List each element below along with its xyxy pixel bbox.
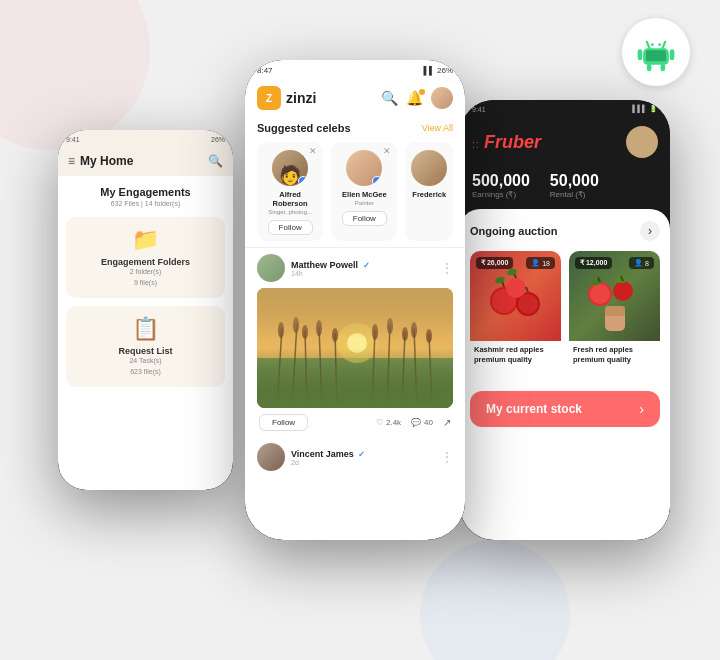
search-icon[interactable]: 🔍 <box>381 90 398 106</box>
suggested-celebs-section: Suggested celebs View All ✕ 🧑 ✓ Alfred R… <box>245 118 465 248</box>
matthew-name: Matthew Powell ✓ <box>291 260 370 270</box>
auction-card-1-info: Kashmir red apples premium quality <box>470 341 561 369</box>
auction-cards: ₹ 26,000 👤 18 Kashmir red apples premium… <box>470 251 660 381</box>
svg-point-47 <box>590 284 610 304</box>
auction-card-2-name: Fresh red apples premium quality <box>573 345 656 365</box>
vincent-avatar <box>257 443 285 471</box>
ellen-desc: Painter <box>355 200 374 206</box>
svg-rect-6 <box>638 49 643 60</box>
likes-stat: ♡ 2.4k <box>376 418 401 427</box>
request-list-icon: 📋 <box>132 316 159 342</box>
notification-icon[interactable]: 🔔 <box>406 90 423 106</box>
alfred-avatar: 🧑 ✓ <box>272 150 308 186</box>
auction-price-2: ₹ 12,000 <box>575 257 612 269</box>
bg-decoration-2 <box>420 540 570 660</box>
auction-card-kashmir[interactable]: ₹ 26,000 👤 18 Kashmir red apples premium… <box>470 251 561 381</box>
svg-line-41 <box>526 287 528 292</box>
right-signal-icons: ▌▌▌ 🔋 <box>632 105 658 113</box>
svg-line-2 <box>647 42 650 48</box>
post-section: Matthew Powell ✓ 14h ⋮ <box>245 248 465 435</box>
auction-card-2-info: Fresh red apples premium quality <box>569 341 660 369</box>
right-time: 9:41 <box>472 106 486 113</box>
request-card-title: Request List <box>118 346 172 356</box>
auction-nav-arrow[interactable]: › <box>640 221 660 241</box>
comments-stat: 💬 40 <box>411 418 433 427</box>
center-battery-icons: ▌▌ 26% <box>423 66 453 75</box>
svg-rect-8 <box>647 64 652 71</box>
share-icon[interactable]: ↗ <box>443 417 451 428</box>
rental-stat: 50,000 Rental (₹) <box>550 172 599 199</box>
follow-alfred-button[interactable]: Follow <box>268 220 313 235</box>
matthew-avatar <box>257 254 285 282</box>
fred-name: Frederick <box>412 190 446 199</box>
my-current-stock-button[interactable]: My current stock › <box>470 391 660 427</box>
zinzi-icon: Z <box>257 86 281 110</box>
fruber-user-avatar[interactable] <box>626 126 658 158</box>
left-search-icon[interactable]: 🔍 <box>208 154 223 168</box>
heart-icon: ♡ <box>376 418 383 427</box>
left-content: My Engagements 632 Files | 14 folder(s) … <box>58 176 233 405</box>
suggested-header: Suggested celebs View All <box>257 122 453 134</box>
fruber-dots-icon: :: <box>472 139 480 150</box>
auction-card-fresh[interactable]: ₹ 12,000 👤 8 Fresh red apples premium qu… <box>569 251 660 381</box>
center-time: 8:47 <box>257 66 273 75</box>
folder-card-sub1: 2 folder(s) <box>130 267 162 278</box>
request-card-sub1: 24 Task(s) <box>129 356 161 367</box>
post-time: 14h <box>291 270 370 277</box>
folder-icon: 📁 <box>132 227 159 253</box>
engagement-folders-card[interactable]: 📁 Engagement Folders 2 folder(s) 9 file(… <box>66 217 225 298</box>
app-scene: 9:41 26% ≡ My Home 🔍 My Engagements 632 … <box>0 0 720 660</box>
svg-rect-9 <box>661 64 666 71</box>
rental-value: 50,000 <box>550 172 599 190</box>
left-home-title: My Home <box>80 154 133 168</box>
post-author-info: Matthew Powell ✓ 14h <box>291 260 370 277</box>
svg-rect-1 <box>646 50 666 61</box>
vincent-info: Vincent James ✓ 2d <box>291 449 365 466</box>
rental-label: Rental (₹) <box>550 190 599 199</box>
center-phone-screen: 8:47 ▌▌ 26% Z zinzi 🔍 🔔 Suggested celebs <box>245 60 465 540</box>
earnings-value: 500,000 <box>472 172 530 190</box>
left-status-bar: 9:41 26% <box>58 130 233 148</box>
engagements-title: My Engagements <box>66 186 225 198</box>
post-author: Matthew Powell ✓ 14h <box>257 254 370 282</box>
fruber-logo-area: :: Fruber <box>472 132 541 153</box>
view-all-link[interactable]: View All <box>422 123 453 133</box>
svg-point-38 <box>506 278 526 298</box>
left-time: 9:41 <box>66 136 80 143</box>
center-status-bar: 8:47 ▌▌ 26% <box>245 60 465 80</box>
earnings-label: Earnings (₹) <box>472 190 530 199</box>
post-grass <box>257 348 453 408</box>
user-avatar-center[interactable] <box>431 87 453 109</box>
post-image <box>257 288 453 408</box>
request-list-card[interactable]: 📋 Request List 24 Task(s) 623 file(s) <box>66 306 225 387</box>
likes-count: 2.4k <box>386 418 401 427</box>
left-phone-screen: 9:41 26% ≡ My Home 🔍 My Engagements 632 … <box>58 130 233 490</box>
menu-icon[interactable]: ≡ <box>68 154 75 168</box>
comment-icon: 💬 <box>411 418 421 427</box>
auction-bidders-2: 👤 8 <box>629 257 654 269</box>
close-alfred-icon[interactable]: ✕ <box>309 146 317 156</box>
second-post-menu-icon[interactable]: ⋮ <box>441 450 453 464</box>
ellen-name: Ellen McGee <box>342 190 387 199</box>
close-ellen-icon[interactable]: ✕ <box>383 146 391 156</box>
follow-ellen-button[interactable]: Follow <box>342 211 387 226</box>
celeb-card-ellen: ✕ ✓ Ellen McGee Painter Follow <box>331 142 397 241</box>
auction-card-1-name: Kashmir red apples premium quality <box>474 345 557 365</box>
svg-point-42 <box>494 275 505 284</box>
auction-section: Ongoing auction › <box>460 209 670 540</box>
folder-card-sub2: 9 file(s) <box>134 278 157 289</box>
right-phone-screen: 9:41 ▌▌▌ 🔋 :: Fruber 500,000 Earnings (₹… <box>460 100 670 540</box>
post-follow-button[interactable]: Follow <box>259 414 308 431</box>
left-battery: 26% <box>211 136 225 143</box>
vincent-name: Vincent James ✓ <box>291 449 365 459</box>
center-header-icons: 🔍 🔔 <box>381 87 453 109</box>
ellen-verified-badge: ✓ <box>372 176 382 186</box>
comments-count: 40 <box>424 418 433 427</box>
post-actions: Follow ♡ 2.4k 💬 40 ↗ <box>257 414 453 431</box>
auction-bidders-1: 👤 18 <box>526 257 555 269</box>
engagements-subtitle: 632 Files | 14 folder(s) <box>66 200 225 207</box>
auction-title: Ongoing auction <box>470 225 557 237</box>
center-phone: 8:47 ▌▌ 26% Z zinzi 🔍 🔔 Suggested celebs <box>245 60 465 540</box>
request-card-sub2: 623 file(s) <box>130 367 161 378</box>
post-menu-icon[interactable]: ⋮ <box>441 261 453 275</box>
